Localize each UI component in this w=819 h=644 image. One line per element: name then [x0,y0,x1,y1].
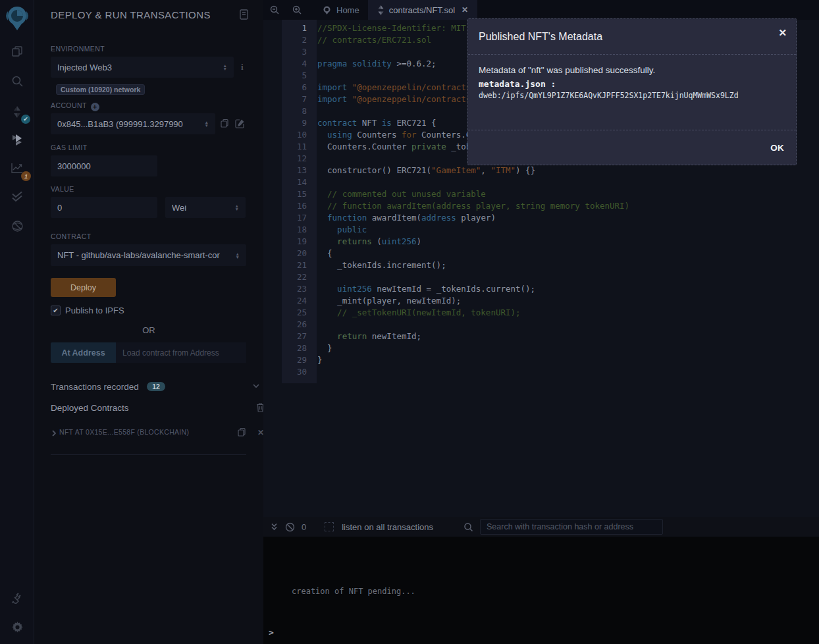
copy-contract-icon[interactable] [237,427,246,440]
remix-logo-icon[interactable] [2,2,32,34]
terminal-toolbar: 0 listen on all transactions [263,517,819,537]
terminal: 0 listen on all transactions creation of… [263,517,819,644]
modal-message: Metadata of "nft" was published successf… [479,65,785,75]
environment-label: ENVIRONMENT [51,45,105,53]
modal-footer: OK [468,130,796,165]
settings-gear-icon[interactable] [0,614,34,640]
solidity-file-icon [377,5,384,15]
or-text: OR [34,325,263,335]
file-explorer-icon[interactable] [0,38,34,65]
code-line: 23 uint256 newItemId = _tokenIds.current… [263,283,819,295]
tab-home[interactable]: Home [313,0,369,20]
modal-title: Published NFT's Metadata [479,31,602,43]
deploy-run-icon[interactable] [0,126,34,153]
clear-console-icon[interactable] [285,522,295,532]
copy-account-icon[interactable] [220,119,229,131]
code-line: 18 public [263,224,819,236]
deploy-button[interactable]: Deploy [51,278,116,297]
account-select[interactable]: 0x845...B1aB3 (999991.3297990 ▲▼ [51,113,215,134]
analytics-icon[interactable]: 1 [0,155,34,181]
deployed-contracts-header: Deployed Contracts [51,402,246,415]
compiler-success-badge: ✔ [21,115,30,124]
code-line: 21 _tokenIds.increment(); [263,259,819,271]
code-line: 16 // function awardItem(address player,… [263,200,819,212]
zoom-in-icon[interactable] [286,0,308,20]
deploy-run-panel: DEPLOY & RUN TRANSACTIONS ENVIRONMENT In… [34,0,263,644]
close-tab-icon[interactable]: ✕ [462,5,468,14]
network-badge: Custom (10920) network [56,84,145,95]
modal-close-icon[interactable]: ✕ [778,27,787,39]
transactions-count-badge: 12 [147,382,165,391]
value-unit-select[interactable]: Wei ▲▼ [165,197,246,218]
documentation-icon[interactable] [239,9,249,20]
publish-ipfs-label: Publish to IPFS [65,306,124,315]
plugin-manager-icon[interactable] [0,585,34,611]
remix-home-icon [322,5,332,15]
code-line: 26 [263,319,819,331]
code-line: 22 [263,271,819,283]
terminal-search-icon [463,522,473,532]
ok-button[interactable]: OK [770,143,784,153]
solidity-compiler-icon[interactable]: ✔ [0,99,34,125]
environment-select[interactable]: Injected Web3 ▲▼ [51,57,234,78]
ipfs-url: dweb:/ipfs/QmYL9P1Z7KE6AQvKJPFF52SX1p2TE… [479,91,785,100]
tab-bar: Home contracts/NFT.sol ✕ [263,0,819,20]
select-stepper-icon: ▲▼ [219,64,227,70]
tab-contracts-nft-sol[interactable]: contracts/NFT.sol ✕ [369,0,477,20]
unit-testing-icon[interactable] [0,183,34,209]
modal-body: Metadata of "nft" was published successf… [468,55,796,130]
code-line: 24 _mint(player, newItemId); [263,295,819,307]
chevron-right-icon[interactable] [51,428,57,440]
contract-label: CONTRACT [51,232,92,240]
expand-terminal-icon[interactable] [270,522,278,531]
add-account-icon[interactable]: + [91,103,99,111]
deployed-contract-item[interactable]: NFT AT 0X15E...E558F (BLOCKCHAIN) ✕ [51,427,246,439]
search-icon[interactable] [0,68,34,94]
select-stepper-icon: ▲▼ [232,252,240,259]
code-line: 30 [263,366,819,378]
listen-transactions-checkbox[interactable] [325,522,334,531]
code-line: 25 // _setTokenURI(newItemId, tokenURI); [263,307,819,319]
modal-header: Published NFT's Metadata ✕ [468,19,796,55]
value-label: VALUE [51,185,74,193]
code-line: 14 [263,176,819,188]
code-line: 13 constructor() ERC721("GameItem", "ITM… [263,165,819,176]
code-line: 29} [263,354,819,366]
at-address-input[interactable] [116,342,246,363]
remix-ide-window: ✔ 1 [0,0,819,644]
terminal-prompt[interactable]: > [269,628,274,637]
debugger-icon[interactable] [0,213,34,239]
at-address-button[interactable]: At Address [51,342,116,363]
code-line: 27 return newItemId; [263,331,819,342]
published-metadata-modal: Published NFT's Metadata ✕ Metadata of "… [467,18,797,165]
code-line: 15 // commented out unused variable [263,188,819,200]
gas-limit-input[interactable] [51,155,157,176]
transactions-recorded-toggle[interactable]: Transactions recorded 12 [51,381,246,394]
edit-account-icon[interactable] [235,119,245,131]
code-line: 19 returns (uint256) [263,236,819,248]
environment-info-icon[interactable]: i [241,62,244,72]
account-label: ACCOUNT+ [51,101,99,111]
select-stepper-icon: ▲▼ [231,204,239,211]
icon-sidebar: ✔ 1 [0,0,34,644]
zoom-out-icon[interactable] [263,0,286,20]
terminal-log-line: creation of NFT pending... [292,587,415,596]
analytics-notification-badge: 1 [21,171,31,181]
panel-title: DEPLOY & RUN TRANSACTIONS [51,9,211,20]
value-input[interactable] [51,197,157,218]
publish-ipfs-checkbox[interactable]: ✔ [51,306,61,315]
divider [51,454,246,455]
select-stepper-icon: ▲▼ [201,121,209,127]
code-line: 28 } [263,342,819,354]
pending-count: 0 [302,522,306,532]
contract-select[interactable]: NFT - github/ava-labs/avalanche-smart-co… [51,244,246,266]
code-line: 17 function awardItem(address player) [263,212,819,224]
code-line: 20 { [263,248,819,259]
metadata-filename: metadata.json : [479,79,785,89]
listen-transactions-label: listen on all transactions [342,522,433,532]
terminal-search-input[interactable] [480,519,663,535]
gas-limit-label: GAS LIMIT [51,144,88,151]
